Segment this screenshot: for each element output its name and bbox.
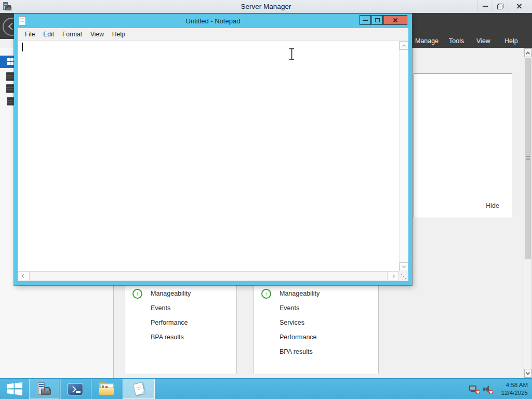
start-button[interactable] [3,380,26,397]
minimize-icon [483,6,488,7]
scroll-up-button[interactable] [400,41,408,50]
menu-item-edit[interactable]: Edit [39,30,58,39]
tile-link-bpa-results[interactable]: BPA results [151,334,184,341]
tile-link-bpa-results[interactable]: BPA results [280,348,313,355]
menu-item-view[interactable]: View [86,30,108,39]
role-tile-2: ↑ Manageability Events Services Performa… [254,285,379,374]
notepad-text-area[interactable] [18,40,408,281]
close-icon [516,4,522,9]
clock-date: 12/4/2025 [496,389,528,397]
taskbar-button-file-explorer[interactable] [91,379,122,399]
chevron-right-icon [391,274,395,278]
menu-item-format[interactable]: Format [58,30,86,39]
notepad-icon [131,382,147,396]
resize-grip[interactable] [399,271,408,281]
scroll-down-button[interactable] [400,262,408,271]
sidebar-item-all-servers[interactable] [6,84,14,93]
error-badge-icon [475,390,480,394]
ibeam-cursor [288,47,296,61]
menu-item-view[interactable]: View [476,37,490,45]
chevron-up-icon [402,44,406,48]
chevron-up-icon [526,51,530,56]
dashboard-icon [7,58,14,65]
taskbar: 4:58 AM 12/4/2025 [0,378,532,399]
tile-link-events[interactable]: Events [151,304,170,312]
minimize-icon [363,20,368,21]
error-badge-icon [488,390,493,394]
sidebar-item-file-storage-services[interactable] [7,97,14,105]
taskbar-button-notepad[interactable] [123,379,155,399]
desktop: Server Manager Manage Tools View Help [0,0,532,399]
server-manager-titlebar[interactable]: Server Manager [0,0,532,13]
system-tray: 4:58 AM 12/4/2025 [469,379,532,399]
role-tile-1: ↑ Manageability Events Performance BPA r… [125,285,237,374]
tile-link-events[interactable]: Events [280,304,299,312]
clock-time: 4:58 AM [496,381,528,389]
network-status-icon[interactable] [469,384,479,394]
menu-item-help[interactable]: Help [504,37,518,45]
notepad-close-button[interactable] [383,15,407,25]
tile-link-performance[interactable]: Performance [280,334,317,341]
powershell-icon [68,383,83,395]
command-bar-left-edge [0,39,14,48]
sm-scrollbar[interactable] [524,48,532,378]
notepad-maximize-button[interactable] [371,15,383,25]
notepad-menubar: File Edit Format View Help [18,28,408,40]
restore-button[interactable] [493,0,508,12]
sidebar-item-local-server[interactable] [6,72,14,81]
chevron-left-icon [22,274,25,278]
scroll-left-button[interactable] [18,272,30,281]
sidebar-item-dashboard[interactable] [0,56,14,68]
tile-link-manageability[interactable]: Manageability [151,290,191,297]
chevron-down-icon [526,370,530,375]
taskbar-button-server-manager[interactable] [29,379,59,399]
notepad-minimize-button[interactable] [360,15,371,25]
welcome-panel: Hide [414,73,512,218]
tile-link-performance[interactable]: Performance [151,319,188,326]
windows-logo-icon [7,382,22,395]
server-manager-icon [36,382,52,396]
notepad-text[interactable] [20,42,397,270]
tile-link-manageability[interactable]: Manageability [280,290,320,297]
scroll-down-button[interactable] [524,369,531,378]
hide-link[interactable]: Hide [486,202,499,209]
thumb-grip-icon [526,156,530,161]
taskbar-clock[interactable]: 4:58 AM 12/4/2025 [496,381,528,397]
scroll-right-button[interactable] [387,272,398,281]
notepad-window: Untitled - Notepad File Edit Format View… [14,14,412,285]
resize-grip-icon [401,274,402,275]
menu-item-help[interactable]: Help [108,30,129,39]
close-icon [393,18,398,23]
toolbox-icon [41,389,51,395]
chevron-down-icon [402,264,406,268]
menu-item-tools[interactable]: Tools [449,37,464,45]
notepad-vscrollbar[interactable] [399,41,408,271]
taskbar-button-powershell[interactable] [60,379,90,399]
menu-item-manage[interactable]: Manage [415,37,438,45]
maximize-icon [375,18,380,22]
volume-icon[interactable] [483,384,492,394]
tile-link-services[interactable]: Services [280,319,304,326]
menu-item-file[interactable]: File [21,30,39,39]
notepad-title: Untitled - Notepad [14,14,412,28]
folder-icon [98,382,115,396]
window-title: Server Manager [0,0,532,13]
restore-icon [497,4,503,9]
minimize-button[interactable] [477,0,493,12]
close-button[interactable] [508,0,530,12]
text-caret [22,43,23,51]
status-up-icon: ↑ [132,289,142,299]
scroll-up-button[interactable] [524,48,531,57]
scrollbar-thumb[interactable] [525,58,531,259]
notepad-hscrollbar[interactable] [18,271,399,281]
status-up-icon: ↑ [261,289,271,299]
